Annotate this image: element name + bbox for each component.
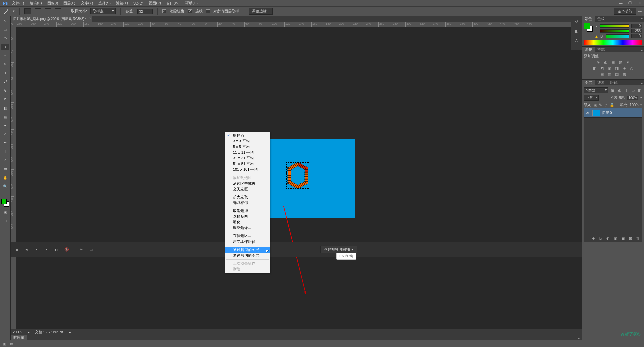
timeline-mb-icon[interactable]: ▭: [10, 342, 13, 346]
layer-name[interactable]: 图层 0: [602, 111, 612, 115]
properties-icon[interactable]: ◧: [573, 28, 580, 34]
menu-view[interactable]: 视图(V): [146, 1, 164, 6]
blur-tool[interactable]: ●: [1, 122, 9, 129]
tab-layers[interactable]: 图层: [582, 80, 595, 85]
magic-wand-icon[interactable]: [3, 8, 9, 15]
selection-mode-add[interactable]: [35, 8, 41, 14]
visibility-toggle-icon[interactable]: 👁: [586, 111, 590, 115]
new-layer-icon[interactable]: ⊡: [628, 236, 633, 241]
adjustment-icon[interactable]: ▨: [618, 60, 623, 65]
menu-3d[interactable]: 3D(D): [131, 1, 146, 5]
panel-color-swatches[interactable]: [584, 23, 593, 32]
cm-avg-101[interactable]: 101 x 101 平均: [225, 167, 270, 172]
next-frame-icon[interactable]: ▸: [44, 247, 50, 253]
mini-bridge-icon[interactable]: ▣: [3, 342, 6, 346]
filter-adjust-icon[interactable]: ◐: [617, 88, 622, 93]
workspace-switcher[interactable]: 基本功能: [614, 8, 636, 15]
go-to-first-icon[interactable]: ⏮: [13, 247, 19, 253]
menu-select[interactable]: 选择(S): [96, 1, 113, 6]
transition-icon[interactable]: ▭: [88, 247, 94, 253]
screen-mode-toggle[interactable]: ⊡: [1, 217, 9, 224]
crop-tool[interactable]: ⌗: [1, 52, 9, 59]
new-adjustment-icon[interactable]: ▣: [613, 236, 618, 241]
dodge-tool[interactable]: ○: [1, 131, 9, 137]
filter-type-icon[interactable]: T: [624, 88, 629, 93]
selection-mode-new[interactable]: [24, 8, 31, 14]
adjustment-icon[interactable]: ☀: [596, 60, 601, 65]
menu-file[interactable]: 文件(F): [9, 1, 27, 6]
foreground-color[interactable]: [1, 199, 7, 204]
cm-save-sel[interactable]: 存储选区...: [225, 233, 270, 239]
gradient-tool[interactable]: ▦: [1, 113, 9, 120]
layer-filter-type[interactable]: ρ 类型: [584, 87, 608, 93]
cm-layer-via-cut[interactable]: 通过剪切的图层: [225, 253, 270, 258]
cm-avg-3[interactable]: 3 x 3 平均: [225, 138, 270, 144]
layer-fx-icon[interactable]: fx: [598, 236, 603, 240]
character-icon[interactable]: A: [573, 38, 580, 44]
menu-window[interactable]: 窗口(W): [164, 1, 182, 6]
adjustment-icon[interactable]: ▧: [614, 72, 619, 77]
cm-avg-31[interactable]: 31 x 31 平均: [225, 155, 270, 161]
cm-inverse[interactable]: 选择反向: [225, 214, 270, 219]
b-value[interactable]: 0: [631, 34, 642, 38]
panel-menu-icon[interactable]: ≡: [639, 17, 644, 21]
adjustment-icon[interactable]: ◈: [622, 66, 627, 71]
document-tab[interactable]: 图片素材03_副本.png @ 200% (图层 0, RGB/8) *: [11, 16, 92, 22]
cm-avg-5[interactable]: 5 x 5 平均: [225, 144, 270, 150]
tolerance-input[interactable]: 32: [137, 9, 153, 14]
tab-color[interactable]: 颜色: [582, 16, 595, 22]
cm-refine[interactable]: 调整边缘...: [225, 225, 270, 231]
type-tool[interactable]: T: [1, 148, 9, 155]
tab-channels[interactable]: 通道: [595, 80, 607, 85]
delete-layer-icon[interactable]: 🗑: [635, 236, 640, 240]
cm-make-path[interactable]: 建立工作路径...: [225, 239, 270, 245]
create-timeline-button[interactable]: 创建视频时间轴 ▾: [320, 246, 357, 253]
menu-layer[interactable]: 图层(L): [61, 1, 78, 6]
adjustment-icon[interactable]: ◐: [603, 60, 608, 65]
cm-intersect-sel[interactable]: 交叉选区: [225, 186, 270, 192]
quick-mask-toggle[interactable]: ▣: [1, 209, 9, 215]
zoom-arrow-icon[interactable]: ▸: [28, 330, 30, 334]
go-to-last-icon[interactable]: ⏭: [54, 247, 60, 253]
filter-pixel-icon[interactable]: ▣: [610, 88, 615, 93]
adjustment-icon[interactable]: ▣: [607, 66, 612, 71]
menu-filter[interactable]: 滤镜(T): [113, 1, 131, 6]
audio-mute-icon[interactable]: 🔇: [64, 247, 70, 253]
healing-tool[interactable]: ✚: [1, 70, 9, 76]
cm-avg-11[interactable]: 11 x 11 平均: [225, 150, 270, 155]
selection-mode-intersect[interactable]: [55, 8, 61, 14]
adjustment-icon[interactable]: ◨: [614, 66, 619, 71]
adjustment-icon[interactable]: ▤: [600, 72, 604, 77]
new-group-icon[interactable]: ▣: [621, 236, 625, 241]
menu-edit[interactable]: 编辑(E): [27, 1, 45, 6]
layer-thumbnail[interactable]: [592, 110, 600, 116]
tab-swatches[interactable]: 色板: [595, 16, 607, 22]
selection-mode-subtract[interactable]: [45, 8, 51, 14]
eraser-tool[interactable]: ◧: [1, 105, 9, 111]
cm-sample-point[interactable]: 取样点: [225, 133, 270, 138]
cm-avg-51[interactable]: 51 x 51 平均: [225, 161, 270, 167]
panel-menu-icon[interactable]: ≡: [639, 48, 644, 52]
anti-alias-checkbox[interactable]: [162, 9, 166, 13]
menu-help[interactable]: 帮助(H): [182, 1, 200, 6]
menu-type[interactable]: 文字(Y): [78, 1, 96, 6]
adjustment-icon[interactable]: ◧: [592, 66, 597, 71]
brush-tool[interactable]: 🖌: [1, 78, 9, 85]
eyedropper-tool[interactable]: ✎: [1, 61, 9, 68]
hand-tool[interactable]: ✋: [1, 174, 9, 181]
filter-smart-icon[interactable]: ◧: [637, 88, 642, 93]
doc-status-arrow-icon[interactable]: ▸: [69, 330, 71, 334]
adjustment-icon[interactable]: ◩: [600, 66, 604, 71]
blend-mode-dropdown[interactable]: 正常: [584, 95, 599, 101]
cm-grow[interactable]: 扩大选取: [225, 194, 270, 200]
r-slider[interactable]: [600, 24, 629, 28]
timeline-tab[interactable]: 时间轴: [11, 335, 27, 340]
tab-paths[interactable]: 路径: [607, 80, 620, 85]
history-brush-tool[interactable]: ↺: [1, 96, 9, 102]
minimize-button[interactable]: —: [616, 1, 625, 5]
zoom-level[interactable]: 200%: [13, 330, 22, 334]
tab-styles[interactable]: 样式: [595, 47, 607, 52]
fill-value[interactable]: 100%: [630, 103, 639, 107]
all-layers-checkbox[interactable]: [206, 9, 210, 13]
spectrum-ramp[interactable]: [584, 40, 642, 45]
